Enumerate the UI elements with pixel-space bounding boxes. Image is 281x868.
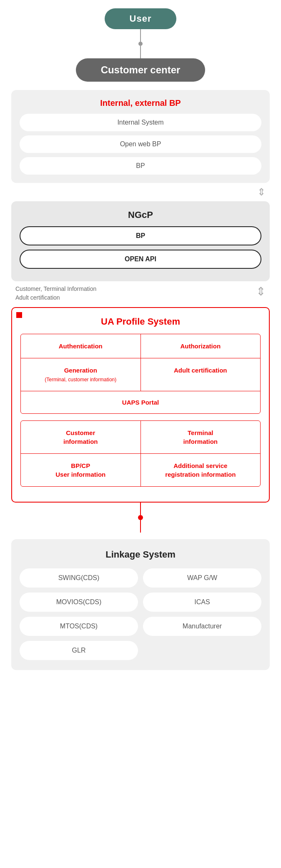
terminal-information-cell: Terminalinformation <box>141 421 261 453</box>
ngcp-title: NGcP <box>20 210 261 220</box>
user-node: User <box>105 8 177 29</box>
ua-grid-row-1: Authentication Authorization <box>21 334 260 358</box>
linkage-item-wap: WAP G/W <box>143 568 261 588</box>
customer-center-node: Customer center <box>76 58 206 82</box>
authorization-cell: Authorization <box>141 334 261 358</box>
internal-external-bp-section: Internal, external BP Internal System Op… <box>11 90 270 183</box>
ua-lower-grid-row-2: BP/CPUser information Additional service… <box>21 454 260 486</box>
double-arrow-icon-1: ⇕ <box>257 186 266 198</box>
bottom-connector-dot <box>138 515 143 520</box>
linkage-item-movios: MOVIOS(CDS) <box>20 593 138 612</box>
linkage-section: Linkage System SWING(CDS) WAP G/W MOVIOS… <box>11 539 270 670</box>
ua-grid-row-2: Generation (Terminal, customer informati… <box>21 358 260 391</box>
ngcp-open-api-box: OPEN API <box>20 250 261 269</box>
arrow-text-row: Customer, Terminal Information Adult cer… <box>11 285 270 302</box>
connector-line-1 <box>140 29 141 42</box>
connector-line-4 <box>140 520 141 533</box>
internal-system-box: Internal System <box>20 114 261 131</box>
arrow-text-content: Customer, Terminal Information Adult cer… <box>15 285 256 302</box>
linkage-title: Linkage System <box>20 549 261 560</box>
bp-box-external: BP <box>20 157 261 175</box>
generation-sub-label: (Terminal, customer information) <box>45 377 116 383</box>
open-web-bp-box: Open web BP <box>20 135 261 153</box>
linkage-grid: SWING(CDS) WAP G/W MOVIOS(CDS) ICAS MTOS… <box>20 568 261 660</box>
ua-lower-grid: Customerinformation Terminalinformation … <box>20 420 261 487</box>
ua-grid-row-3: UAPS Portal <box>21 391 260 413</box>
connector-dot-1 <box>138 42 143 46</box>
internal-external-bp-title: Internal, external BP <box>20 98 261 108</box>
additional-service-cell: Additional serviceregistration informati… <box>141 454 261 486</box>
ngcp-section: NGcP BP OPEN API <box>11 201 270 281</box>
connector-line-3 <box>140 503 141 515</box>
double-arrow-icon-2: ⇕ <box>256 285 266 298</box>
linkage-item-mtos: MTOS(CDS) <box>20 617 138 636</box>
ua-profile-section: UA Profile System Authentication Authori… <box>11 307 270 503</box>
linkage-item-manufacturer: Manufacturer <box>143 617 261 636</box>
arrow-connector-1: ⇕ <box>11 186 270 198</box>
ua-upper-grid: Authentication Authorization Generation … <box>20 334 261 414</box>
ua-lower-grid-row-1: Customerinformation Terminalinformation <box>21 421 260 454</box>
arrow-text-line2: Adult certification <box>15 294 60 301</box>
connector-line-2 <box>140 46 141 58</box>
linkage-item-swing: SWING(CDS) <box>20 568 138 588</box>
generation-cell: Generation (Terminal, customer informati… <box>21 358 141 391</box>
adult-cert-cell: Adult certification <box>141 358 261 391</box>
uaps-portal-cell: UAPS Portal <box>21 391 260 413</box>
linkage-item-glr: GLR <box>20 641 138 660</box>
customer-information-cell: Customerinformation <box>21 421 141 453</box>
ngcp-bp-box: BP <box>20 226 261 245</box>
bpcp-user-cell: BP/CPUser information <box>21 454 141 486</box>
arrow-text-line1: Customer, Terminal Information <box>15 285 96 292</box>
ua-profile-title: UA Profile System <box>20 316 261 327</box>
authentication-cell: Authentication <box>21 334 141 358</box>
ua-red-square-icon <box>16 312 22 318</box>
linkage-item-icas: ICAS <box>143 593 261 612</box>
